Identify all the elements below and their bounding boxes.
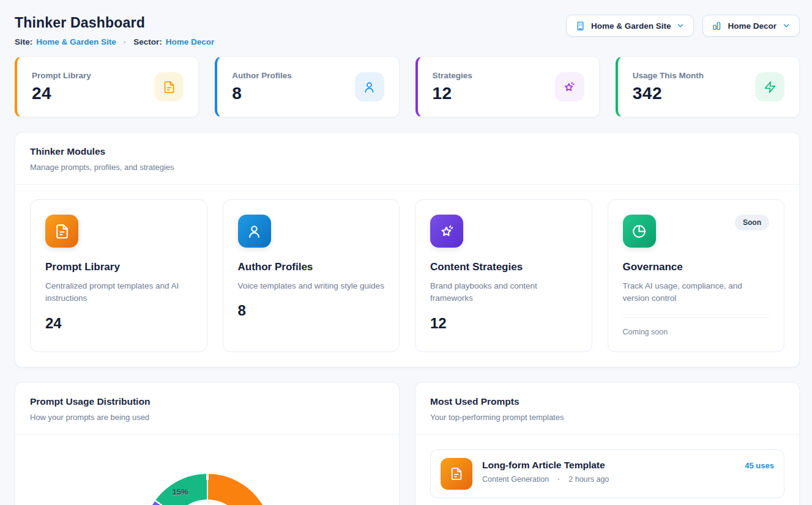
prompt-list-item[interactable]: Long-form Article Template Content Gener… [430, 449, 784, 498]
stats-row: Prompt Library 24 Author Profiles 8 Stra… [15, 56, 800, 117]
document-icon [441, 458, 472, 490]
prompt-item-meta: Content Generation · 2 hours ago [482, 475, 735, 484]
soon-badge: Soon [735, 215, 769, 230]
module-card-prompt-library[interactable]: Prompt Library Centralized prompt templa… [30, 199, 207, 352]
sector-selector-dropdown[interactable]: Home Decor [702, 15, 800, 37]
top-bar-actions: Home & Garden Site Home Decor [566, 15, 800, 37]
sector-link[interactable]: Home Decor [166, 37, 215, 46]
stat-value: 12 [433, 84, 472, 103]
module-card-content-strategies[interactable]: Content Strategies Brand playbooks and c… [415, 199, 592, 352]
stat-value: 24 [32, 84, 91, 103]
meta-separator: · [124, 37, 127, 46]
prompt-item-time: 2 hours ago [568, 475, 609, 484]
prompt-item-category: Content Generation [482, 475, 549, 484]
page-title: Thinker Dashboard [15, 15, 214, 31]
module-description: Centralized prompt templates and AI inst… [45, 280, 192, 305]
stat-label: Usage This Month [633, 71, 704, 80]
thinker-modules-panel: Thinker Modules Manage prompts, profiles… [15, 132, 800, 367]
module-divider [623, 317, 770, 318]
prompt-item-uses-badge: 45 uses [745, 458, 774, 470]
document-icon [154, 72, 184, 101]
module-description: Brand playbooks and content frameworks [430, 280, 577, 305]
building-icon [575, 21, 586, 31]
stat-card-strategies: Strategies 12 [415, 56, 600, 117]
module-card-author-profiles[interactable]: Author Profiles Voice templates and writ… [223, 199, 400, 352]
bar-chart-icon [712, 21, 722, 31]
stat-value: 8 [232, 84, 292, 103]
breadcrumb: Site: Home & Garden Site · Sector: Home … [15, 37, 214, 46]
module-description: Voice templates and writing style guides [238, 280, 385, 292]
top-bar: Thinker Dashboard Site: Home & Garden Si… [15, 10, 800, 46]
module-title: Author Profiles [238, 261, 385, 273]
stat-card-author-profiles: Author Profiles 8 [215, 56, 399, 117]
module-title: Content Strategies [430, 261, 577, 273]
modules-panel-header: Thinker Modules Manage prompts, profiles… [15, 133, 799, 185]
usage-chart-header: Prompt Usage Distribution How your promp… [15, 383, 399, 435]
prompt-item-main: Long-form Article Template Content Gener… [482, 458, 735, 484]
magic-star-icon [430, 215, 463, 248]
chevron-down-icon [676, 21, 685, 30]
prompt-item-title: Long-form Article Template [482, 460, 735, 471]
module-count: 24 [45, 315, 192, 332]
lightning-icon [755, 72, 784, 101]
most-used-title: Most Used Prompts [430, 396, 784, 407]
sector-label: Sector: [133, 37, 162, 46]
modules-panel-body: Prompt Library Centralized prompt templa… [15, 185, 799, 367]
site-link[interactable]: Home & Garden Site [36, 37, 116, 46]
module-count: 12 [430, 315, 577, 332]
stat-card-prompt-library: Prompt Library 24 [15, 56, 199, 117]
stat-text: Author Profiles 8 [232, 71, 292, 103]
module-count: 8 [238, 302, 385, 319]
pie-chart-icon [623, 215, 656, 248]
module-title: Prompt Library [45, 261, 192, 273]
coming-soon-text: Coming soon [623, 328, 770, 336]
usage-chart-subtitle: How your prompts are being used [30, 413, 384, 422]
modules-subtitle: Manage prompts, profiles, and strategies [30, 163, 784, 172]
module-description: Track AI usage, compliance, and version … [623, 280, 770, 305]
site-selector-dropdown[interactable]: Home & Garden Site [566, 15, 695, 37]
donut-segment-label: 15% [172, 487, 188, 496]
user-icon [355, 72, 384, 101]
title-block: Thinker Dashboard Site: Home & Garden Si… [15, 10, 214, 46]
user-icon [238, 215, 271, 248]
sector-selector-label: Home Decor [728, 21, 777, 31]
stat-label: Prompt Library [32, 71, 91, 80]
stat-label: Author Profiles [232, 71, 292, 80]
prompt-usage-distribution-card: Prompt Usage Distribution How your promp… [15, 382, 400, 505]
module-card-governance[interactable]: Soon Governance Track AI usage, complian… [608, 199, 785, 352]
module-title: Governance [623, 261, 770, 273]
stat-label: Strategies [433, 71, 472, 80]
bottom-row: Prompt Usage Distribution How your promp… [15, 382, 800, 505]
most-used-subtitle: Your top-performing prompt templates [430, 413, 784, 422]
site-selector-label: Home & Garden Site [591, 21, 671, 31]
module-grid: Prompt Library Centralized prompt templa… [30, 199, 784, 352]
usage-chart-body: 15% [15, 435, 399, 505]
site-label: Site: [15, 37, 32, 46]
stat-text: Strategies 12 [433, 71, 472, 103]
stat-text: Prompt Library 24 [32, 71, 91, 103]
donut-chart: 15% [143, 474, 272, 505]
most-used-header: Most Used Prompts Your top-performing pr… [415, 383, 799, 435]
stat-text: Usage This Month 342 [633, 71, 704, 103]
most-used-prompts-card: Most Used Prompts Your top-performing pr… [415, 382, 800, 505]
document-icon [45, 215, 78, 248]
meta-separator: · [557, 475, 560, 484]
stat-value: 342 [633, 84, 704, 103]
modules-title: Thinker Modules [30, 146, 784, 157]
usage-chart-title: Prompt Usage Distribution [30, 396, 384, 407]
magic-star-icon [555, 72, 584, 101]
chevron-down-icon [782, 21, 791, 30]
most-used-body: Long-form Article Template Content Gener… [415, 435, 799, 505]
dashboard-page: Thinker Dashboard Site: Home & Garden Si… [0, 0, 812, 505]
stat-card-usage: Usage This Month 342 [616, 56, 800, 117]
